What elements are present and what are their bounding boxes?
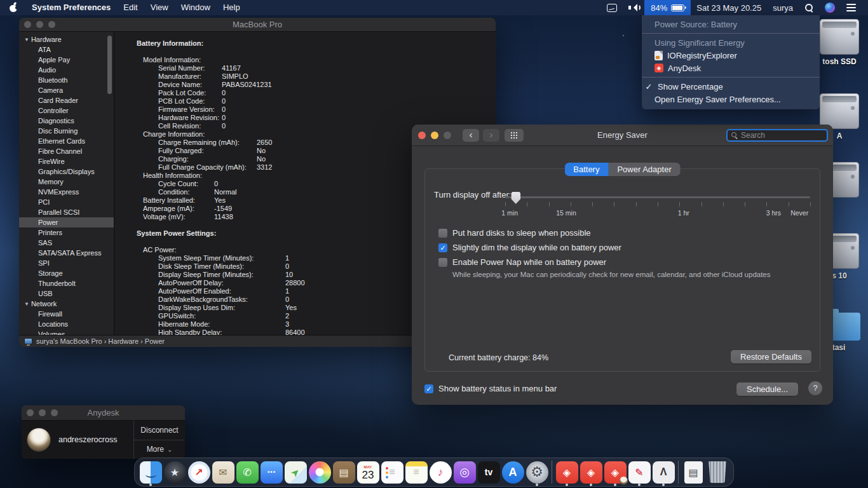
user-menu-item[interactable]: surya	[767, 0, 799, 15]
dock-item-document-file[interactable]: ▤	[681, 458, 705, 486]
anydesk-titlebar[interactable]: Anydesk	[22, 405, 185, 421]
disconnect-button[interactable]: Disconnect	[134, 421, 185, 440]
sidebar-item-spi[interactable]: SPI	[19, 258, 114, 268]
energy-saver-titlebar[interactable]: ‹ › Energy Saver Search	[412, 125, 833, 146]
dock-item-finder[interactable]	[139, 458, 163, 486]
forward-button[interactable]: ›	[483, 129, 499, 142]
sidebar-item-ata[interactable]: ATA	[19, 44, 114, 55]
sidebar-item-firewire[interactable]: FireWire	[19, 156, 114, 166]
checkbox[interactable]: ✓	[438, 243, 447, 252]
sidebar-item-parallel-scsi[interactable]: Parallel SCSI	[19, 207, 114, 217]
sidebar-item-printers[interactable]: Printers	[19, 227, 114, 238]
dock-item-apple-tv[interactable]: tv	[477, 458, 501, 486]
show-battery-status-row[interactable]: ✓ Show battery status in menu bar	[424, 384, 557, 393]
dock-item-system-preferences[interactable]: ⚙	[525, 458, 549, 486]
dock-item-anydesk-1[interactable]: ◈	[555, 458, 579, 486]
window-controls[interactable]	[418, 132, 451, 139]
disclosure-triangle-icon[interactable]: ▼	[24, 35, 29, 45]
back-button[interactable]: ‹	[463, 129, 479, 142]
dock-item-anydesk-2[interactable]: ◈	[579, 458, 603, 486]
dock-item-podcasts[interactable]: ◎	[452, 458, 477, 486]
dock-item-anydesk-eagle[interactable]: ◈	[603, 458, 627, 486]
menu-item-ioregistryexplorer[interactable]: IORegistryExplorer	[642, 49, 820, 62]
checkbox-row[interactable]: ✓Slightly dim the display while on batte…	[438, 243, 621, 252]
system-info-titlebar[interactable]: MacBook Pro	[19, 18, 496, 32]
sidebar-item-fibre-channel[interactable]: Fibre Channel	[19, 146, 114, 156]
tab-power-adapter[interactable]: Power Adapter	[608, 163, 680, 176]
dock-item-app-store[interactable]: A	[501, 458, 525, 486]
dock-item-facetime[interactable]: ✆	[235, 458, 259, 486]
apple-menu[interactable]	[9, 3, 18, 12]
sidebar-item-disc-burning[interactable]: Disc Burning	[19, 126, 114, 136]
sidebar-item-memory[interactable]: Memory	[19, 177, 114, 187]
menu-item-show-percentage[interactable]: ✓ Show Percentage	[642, 80, 820, 93]
sidebar-item-diagnostics[interactable]: Diagnostics	[19, 116, 114, 126]
sidebar-scrollbar[interactable]	[107, 36, 112, 94]
sidebar-item-sas[interactable]: SAS	[19, 238, 114, 248]
search-input[interactable]: Search	[726, 129, 828, 142]
sidebar-item-firewall[interactable]: Firewall	[19, 309, 114, 319]
sidebar-item-thunderbolt[interactable]: Thunderbolt	[19, 278, 114, 288]
dock-item-maps[interactable]: ➤	[283, 458, 308, 486]
sidebar-item-network[interactable]: ▼Network	[19, 299, 114, 309]
menu-system-preferences[interactable]: System Preferences	[25, 3, 117, 12]
sidebar-item-graphics-displays[interactable]: Graphics/Displays	[19, 166, 114, 177]
siri-item[interactable]	[819, 0, 841, 15]
show-battery-status-checkbox[interactable]: ✓	[424, 384, 433, 393]
menu-item-anydesk[interactable]: ◈AnyDesk	[642, 62, 820, 74]
sidebar-item-hardware[interactable]: ▼Hardware	[19, 34, 114, 44]
show-all-button[interactable]	[505, 129, 524, 142]
volume-status-item[interactable]	[623, 0, 644, 15]
dock-item-trash[interactable]	[705, 458, 729, 486]
zoom-button[interactable]	[444, 132, 451, 139]
anydesk-status-item[interactable]	[601, 0, 623, 15]
schedule-button[interactable]: Schedule...	[736, 383, 798, 396]
dock-item-messages[interactable]: ···	[259, 458, 283, 486]
close-button[interactable]	[418, 132, 426, 139]
menu-edit[interactable]: Edit	[117, 3, 144, 12]
help-button[interactable]: ?	[808, 381, 822, 395]
spotlight-item[interactable]	[799, 0, 819, 15]
slider-thumb[interactable]	[511, 192, 520, 204]
sidebar-item-nvmexpress[interactable]: NVMExpress	[19, 187, 114, 197]
sidebar-item-bluetooth[interactable]: Bluetooth	[19, 75, 114, 85]
sidebar-item-apple-pay[interactable]: Apple Pay	[19, 55, 114, 65]
sidebar-item-storage[interactable]: Storage	[19, 268, 114, 278]
display-off-slider[interactable]: 1 min15 min1 hr3 hrsNever	[505, 192, 810, 217]
desktop-drive-1[interactable]: tosh SSD	[818, 19, 860, 66]
menu-window[interactable]: Window	[175, 3, 217, 12]
sidebar-item-pci[interactable]: PCI	[19, 197, 114, 207]
tab-battery[interactable]: Battery	[564, 163, 608, 176]
slider-track[interactable]	[505, 196, 810, 198]
dock-item-safari[interactable]: ↗	[187, 458, 211, 486]
dock-item-ioregistry-explorer[interactable]: Λ	[651, 458, 675, 486]
sidebar-item-card-reader[interactable]: Card Reader	[19, 95, 114, 105]
notification-center-item[interactable]	[841, 0, 868, 15]
sidebar-item-sata-sata-express[interactable]: SATA/SATA Express	[19, 248, 114, 258]
dock-item-photos[interactable]	[308, 458, 332, 486]
dock-item-calendar[interactable]: MAY23	[356, 458, 380, 486]
sidebar-item-camera[interactable]: Camera	[19, 85, 114, 95]
sidebar-item-volumes[interactable]: Volumes	[19, 329, 114, 335]
menu-view[interactable]: View	[144, 3, 175, 12]
menu-item-open-energy-saver[interactable]: Open Energy Saver Preferences...	[642, 93, 820, 105]
checkbox[interactable]	[438, 258, 447, 267]
sidebar-item-ethernet-cards[interactable]: Ethernet Cards	[19, 136, 114, 146]
dock-item-mail[interactable]: ✉	[211, 458, 235, 486]
battery-status-item[interactable]: 84%	[644, 0, 691, 15]
dock-item-contacts[interactable]: ▤	[332, 458, 356, 486]
sidebar-item-usb[interactable]: USB	[19, 288, 114, 299]
dock-item-notes[interactable]: ≡	[404, 458, 428, 486]
minimize-button[interactable]	[431, 132, 438, 139]
restore-defaults-button[interactable]: Restore Defaults	[731, 350, 811, 363]
more-button[interactable]: More⌄	[134, 440, 185, 459]
clock-item[interactable]: Sat 23 May 20.25	[691, 0, 767, 15]
menu-help[interactable]: Help	[217, 3, 247, 12]
sidebar-item-controller[interactable]: Controller	[19, 105, 114, 116]
sidebar-item-locations[interactable]: Locations	[19, 319, 114, 329]
dock-item-music[interactable]: ♪	[428, 458, 452, 486]
checkbox-row[interactable]: Enable Power Nap while on battery power	[438, 257, 606, 267]
checkbox[interactable]	[438, 229, 447, 238]
checkbox-row[interactable]: Put hard disks to sleep when possible	[438, 228, 591, 238]
sidebar-item-power[interactable]: Power	[19, 217, 114, 227]
